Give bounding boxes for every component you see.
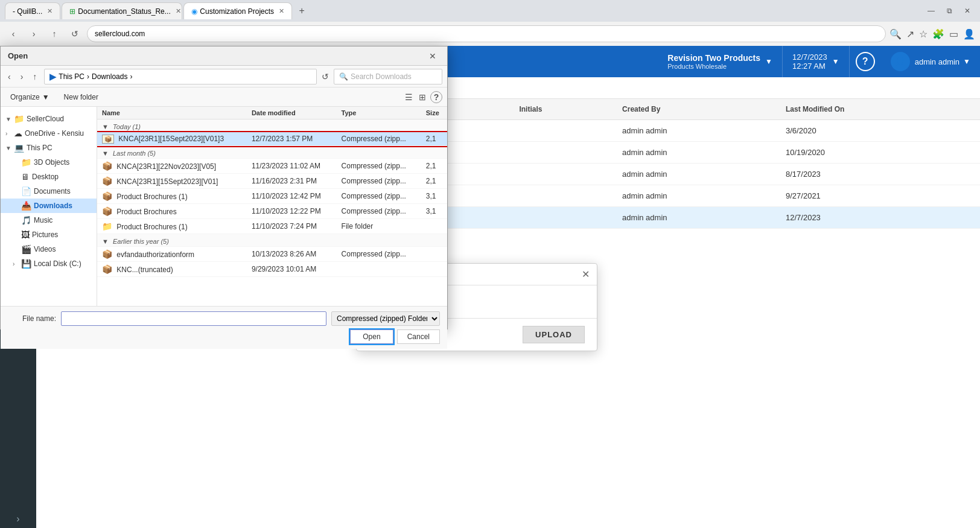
- fd-file-date: 11/10/2023 12:22 PM: [247, 204, 337, 219]
- sidebar-expand-button[interactable]: ›: [0, 510, 36, 528]
- fd-tree-videos[interactable]: 🎬 Videos: [1, 242, 97, 256]
- fd-view-grid-button[interactable]: ⊞: [417, 91, 428, 104]
- header-date[interactable]: 12/7/2023 12:27 AM ▼: [783, 46, 850, 77]
- fd-label-downloads: Downloads: [34, 202, 72, 210]
- fd-group-today-expand: ▼: [102, 123, 109, 130]
- minimize-button[interactable]: —: [923, 4, 940, 17]
- row-created-by: admin admin: [615, 185, 778, 207]
- row-modified: 8/17/2023: [778, 164, 980, 185]
- fd-file-row[interactable]: 📁 Product Brochures (1) 11/10/2023 7:24 …: [97, 219, 447, 234]
- reload-button[interactable]: ↺: [66, 25, 83, 42]
- fd-refresh-button[interactable]: ↺: [322, 72, 329, 81]
- fd-back-button[interactable]: ‹: [5, 69, 13, 84]
- fd-label-documents: Documents: [34, 187, 71, 196]
- fd-label-desktop: Desktop: [32, 173, 59, 181]
- fd-filename-input[interactable]: [61, 311, 326, 326]
- fd-file-name-cell: 📦 Product Brochures: [97, 204, 247, 219]
- extension-icon[interactable]: 🧩: [932, 28, 944, 40]
- sidebar-toggle-icon[interactable]: ▭: [949, 28, 958, 40]
- fd-file-date: 11/23/2023 11:02 AM: [247, 159, 337, 174]
- close-browser-button[interactable]: ✕: [959, 4, 975, 17]
- fd-col-type[interactable]: Type: [337, 107, 421, 119]
- col-header-initials[interactable]: Initials: [512, 99, 615, 120]
- fd-file-name: Product Brochures: [116, 208, 176, 216]
- fd-tree-thispc[interactable]: ▼ 💻 This PC: [1, 141, 97, 155]
- fd-tree-documents[interactable]: 📄 Documents: [1, 184, 97, 199]
- col-header-last-modified[interactable]: Last Modified On: [778, 99, 980, 120]
- zoom-icon[interactable]: 🔍: [889, 28, 902, 40]
- tab-1[interactable]: - QuillB... ✕: [5, 2, 60, 19]
- date-text: 12/7/2023 12:27 AM: [792, 52, 827, 71]
- fd-tree-desktop[interactable]: 🖥 Desktop: [1, 170, 97, 184]
- company-dropdown-icon: ▼: [765, 57, 772, 66]
- fd-col-name[interactable]: Name: [97, 107, 247, 119]
- forward-button[interactable]: ›: [25, 25, 42, 42]
- bookmark-icon[interactable]: ☆: [919, 28, 928, 40]
- fd-col-size[interactable]: Size: [421, 107, 447, 119]
- header-user[interactable]: 👤 admin admin ▼: [881, 46, 980, 77]
- fd-file-row[interactable]: 📦 Product Brochures (1) 11/10/2023 12:42…: [97, 189, 447, 204]
- fd-file-row[interactable]: 📦 KNCA[23R1][15Sept2023][V01]3 12/7/2023…: [97, 132, 447, 146]
- fd-organize-button[interactable]: Organize ▼: [5, 91, 54, 104]
- fd-cancel-button[interactable]: Cancel: [397, 329, 440, 344]
- header-company[interactable]: Revision Two Products Products Wholesale…: [658, 46, 783, 77]
- fd-file-name: KNC...(truncated): [116, 266, 173, 274]
- fd-col-date[interactable]: Date modified: [247, 107, 337, 119]
- fd-view-list-button[interactable]: ☰: [403, 91, 415, 104]
- tab-3[interactable]: ◉ Customization Projects ✕: [183, 2, 292, 19]
- fd-forward-button[interactable]: ›: [18, 69, 26, 84]
- fd-zip-icon: 📦: [102, 161, 112, 171]
- fd-file-row[interactable]: 📦 evfandauthorizationform 10/13/2023 8:2…: [97, 247, 447, 262]
- back-button[interactable]: ‹: [5, 25, 22, 42]
- up-button[interactable]: ↑: [46, 25, 63, 42]
- new-tab-button[interactable]: +: [293, 2, 310, 19]
- fd-up-button[interactable]: ↑: [30, 69, 39, 84]
- fd-filename-label: File name:: [8, 314, 56, 323]
- tab-1-close[interactable]: ✕: [47, 7, 52, 15]
- profile-icon[interactable]: 👤: [963, 28, 975, 40]
- col-header-created-by[interactable]: Created By: [615, 99, 778, 120]
- upload-button[interactable]: UPLOAD: [523, 326, 585, 343]
- fd-file-row[interactable]: 📦 Product Brochures 11/10/2023 12:22 PM …: [97, 204, 447, 219]
- fd-icon-onedrive: ☁: [14, 129, 22, 138]
- fd-zip-icon: 📦: [102, 191, 112, 201]
- file-dialog-close-button[interactable]: ✕: [425, 49, 440, 63]
- fd-icon-thispc: 💻: [14, 143, 24, 153]
- restore-button[interactable]: ⧉: [942, 4, 957, 17]
- fd-file-size: 2,1: [421, 174, 447, 189]
- fd-path-bar[interactable]: ▶ This PC › Downloads ›: [44, 69, 317, 84]
- fd-tree-onedrive[interactable]: › ☁ OneDrive - Kensiu: [1, 126, 97, 141]
- company-sub: Products Wholesale: [667, 63, 760, 70]
- fd-help-button[interactable]: ?: [430, 91, 442, 103]
- fd-new-folder-button[interactable]: New folder: [59, 91, 103, 104]
- fd-file-name: evfandauthorizationform: [116, 250, 194, 259]
- fd-tree-sellercloud[interactable]: ▼ 📁 SellerCloud: [1, 112, 97, 126]
- tab-2-close[interactable]: ✕: [176, 7, 181, 15]
- fd-zip-icon: 📦: [102, 249, 112, 259]
- fd-tree-localdisk[interactable]: › 💾 Local Disk (C:): [1, 256, 97, 271]
- fd-tree-3dobjects[interactable]: 📁 3D Objects: [1, 155, 97, 170]
- share-icon[interactable]: ↗: [906, 28, 914, 40]
- fd-file-size: [421, 219, 447, 234]
- fd-open-button[interactable]: Open: [350, 329, 393, 344]
- fd-file-row[interactable]: 📦 KNCA[23R1][15Sept2023][V01] 11/16/2023…: [97, 174, 447, 189]
- fd-folder-icon: 📁: [102, 221, 112, 231]
- help-button[interactable]: ?: [856, 52, 875, 71]
- fd-file-row[interactable]: 📦 KNCA[23R1][22Nov2023][V05] 11/23/2023 …: [97, 159, 447, 174]
- tab-2-icon: ⊞: [69, 7, 75, 16]
- fd-search-bar[interactable]: 🔍 Search Downloads: [334, 69, 442, 84]
- fd-tree-pictures[interactable]: 🖼 Pictures: [1, 227, 97, 242]
- tab-2[interactable]: ⊞ Documentation_Status_Re... ✕: [62, 2, 182, 19]
- upload-dialog-close-button[interactable]: ✕: [582, 269, 590, 280]
- fd-filetype-select[interactable]: Compressed (zipped) Folder: [331, 311, 440, 326]
- fd-tree-downloads[interactable]: 📥 Downloads: [1, 199, 97, 213]
- fd-tree-music[interactable]: 🎵 Music: [1, 213, 97, 227]
- fd-tree-sidebar: ▼ 📁 SellerCloud › ☁ OneDrive - Kensiu ▼ …: [1, 107, 97, 306]
- address-bar[interactable]: sellercloud.com: [87, 25, 886, 42]
- fd-icon-3dobjects: 📁: [21, 157, 31, 167]
- tab-3-close[interactable]: ✕: [279, 7, 284, 15]
- row-created-by: admin admin: [615, 207, 778, 229]
- tab-2-label: Documentation_Status_Re...: [78, 7, 170, 16]
- row-created-by: admin admin: [615, 164, 778, 185]
- fd-file-row[interactable]: 📦 KNC...(truncated) 9/29/2023 10:01 AM: [97, 262, 447, 277]
